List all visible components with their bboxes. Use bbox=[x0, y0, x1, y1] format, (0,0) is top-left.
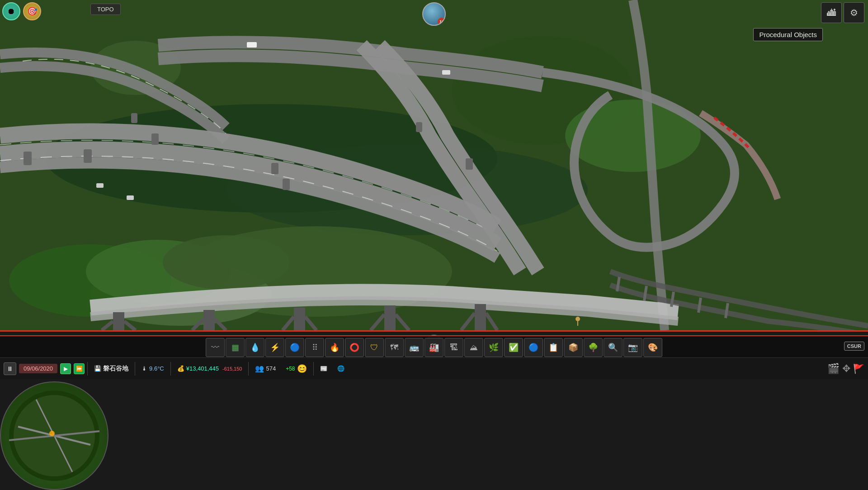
svg-point-2 bbox=[226, 145, 588, 235]
industry-tool-button[interactable]: 🏭 bbox=[425, 338, 443, 357]
topo-button[interactable]: TOPO bbox=[90, 4, 121, 15]
population-value: 574 bbox=[266, 365, 276, 372]
more-tool-button[interactable]: ⠿ bbox=[305, 338, 324, 357]
gear-icon: ⚙ bbox=[850, 7, 858, 18]
svg-rect-25 bbox=[294, 308, 305, 330]
status-bar: ⏸ 09/06/2020 ▶ ⏩ 💾 磐石谷地 🌡 9.6°C 💰 ¥13,40… bbox=[0, 357, 868, 379]
cube-tool-button[interactable]: 📦 bbox=[564, 338, 583, 357]
svg-rect-18 bbox=[416, 122, 422, 132]
video-button[interactable]: 🎬 bbox=[827, 363, 840, 375]
svg-point-7 bbox=[90, 262, 271, 326]
search-tool-button[interactable]: 🔍 bbox=[604, 338, 623, 357]
minimap-inner bbox=[9, 390, 99, 481]
yellow-btn-icon: 🎯 bbox=[27, 6, 37, 16]
svg-rect-0 bbox=[0, 0, 868, 330]
svg-rect-22 bbox=[203, 310, 215, 330]
green-action-button[interactable]: ⏺ bbox=[2, 2, 20, 20]
power-tool-button[interactable]: ⚡ bbox=[265, 338, 284, 357]
divider-5 bbox=[313, 362, 314, 376]
face-icon: 😊 bbox=[297, 364, 307, 374]
building-tool-button[interactable]: 🏗 bbox=[444, 338, 463, 357]
brush-tool-button[interactable]: 🎨 bbox=[643, 338, 662, 357]
temperature-item: 🌡 9.6°C bbox=[138, 365, 168, 372]
svg-line-20 bbox=[102, 321, 113, 330]
bus-tool-button[interactable]: 🚌 bbox=[405, 338, 424, 357]
svg-rect-31 bbox=[475, 304, 486, 330]
fast-icon: ⏩ bbox=[76, 366, 83, 372]
svg-point-4 bbox=[452, 36, 633, 145]
flag-button[interactable]: 🚩 bbox=[853, 363, 864, 374]
svg-rect-19 bbox=[113, 312, 124, 330]
pause-icon: ⏸ bbox=[7, 365, 13, 372]
city-name: 磐石谷地 bbox=[103, 365, 128, 373]
svg-rect-17 bbox=[131, 113, 137, 123]
money-item: 💰 ¥13,401,445 -615,150 bbox=[174, 365, 246, 372]
water-tool-button[interactable]: 💧 bbox=[245, 338, 264, 357]
csur-badge: CSUR bbox=[844, 342, 864, 351]
right-status-icons: 🎬 ✥ 🚩 bbox=[827, 363, 864, 375]
bottom-bar: ? 〰 ▦ 💧 ⚡ 🔵 ⠿ 🔥 ⭕ 🛡 🗺 🚌 🏭 🏗 ⛰ 🌿 ✅ 🔵 📋 📦 … bbox=[0, 330, 868, 490]
center-logo[interactable]: 16 bbox=[420, 2, 448, 29]
play-button[interactable]: ▶ bbox=[60, 363, 71, 374]
svg-line-26 bbox=[283, 317, 294, 330]
svg-line-38 bbox=[726, 303, 728, 318]
zones-tool-button[interactable]: ▦ bbox=[226, 338, 245, 357]
yellow-action-button[interactable]: 🎯 bbox=[23, 2, 41, 20]
money-icon: 💰 bbox=[177, 365, 184, 372]
svg-rect-13 bbox=[151, 133, 159, 145]
svg-rect-28 bbox=[384, 305, 396, 330]
circle-tool-button[interactable]: ⭕ bbox=[345, 338, 364, 357]
population-icon: 👥 bbox=[255, 364, 264, 373]
green-btn-icon: ⏺ bbox=[7, 7, 15, 16]
fast-forward-button[interactable]: ⏩ bbox=[74, 363, 85, 374]
map-tool-button[interactable]: 🗺 bbox=[385, 338, 404, 357]
svg-rect-39 bbox=[247, 42, 257, 48]
fire-tool-button[interactable]: 🔥 bbox=[325, 338, 344, 357]
photo-tool-button[interactable]: 📷 bbox=[623, 338, 642, 357]
trees-tool-button[interactable]: 🌳 bbox=[584, 338, 603, 357]
pause-button[interactable]: ⏸ bbox=[4, 362, 16, 375]
temperature-value: 9.6°C bbox=[149, 365, 164, 372]
top-right-buttons: 🏙 ⚙ bbox=[821, 2, 868, 23]
svg-line-33 bbox=[486, 313, 497, 330]
nature-tool-button[interactable]: 🌿 bbox=[484, 338, 503, 357]
cities-view-button[interactable]: 🏙 bbox=[821, 2, 842, 23]
minimap[interactable] bbox=[0, 381, 108, 490]
globe-item[interactable]: 🌐 bbox=[334, 365, 348, 372]
move-cursor-icon[interactable]: ✥ bbox=[842, 363, 850, 375]
svg-rect-12 bbox=[84, 149, 92, 163]
shield-tool-button[interactable]: 🛡 bbox=[365, 338, 384, 357]
svg-point-50 bbox=[49, 431, 55, 436]
svg-line-35 bbox=[644, 286, 646, 301]
svg-point-3 bbox=[90, 41, 181, 95]
city-name-item: 💾 磐石谷地 bbox=[90, 365, 132, 373]
money-value: ¥13,401,445 bbox=[186, 365, 219, 372]
logo-icon: 16 bbox=[422, 2, 446, 26]
svg-line-24 bbox=[215, 319, 226, 330]
income-value: -615,150 bbox=[222, 366, 242, 371]
temp-icon: 🌡 bbox=[142, 365, 147, 372]
overlay-tool-button[interactable]: 📋 bbox=[544, 338, 563, 357]
roads-tool-button[interactable]: 〰 bbox=[206, 338, 225, 357]
svg-rect-11 bbox=[24, 152, 32, 165]
happiness-item: +58 😊 bbox=[282, 364, 310, 374]
svg-line-23 bbox=[192, 319, 203, 330]
water2-tool-button[interactable]: 🔵 bbox=[285, 338, 304, 357]
divider-3 bbox=[170, 362, 171, 376]
svg-line-27 bbox=[305, 317, 316, 330]
layers-tool-button[interactable]: 🔵 bbox=[524, 338, 543, 357]
terrain-tool-button[interactable]: ⛰ bbox=[464, 338, 483, 357]
svg-point-1 bbox=[45, 104, 497, 213]
svg-line-21 bbox=[124, 321, 136, 330]
news-item[interactable]: 📰 bbox=[316, 365, 331, 372]
divider-2 bbox=[135, 362, 135, 376]
svg-point-6 bbox=[181, 226, 452, 317]
checkmark-tool-button[interactable]: ✅ bbox=[504, 338, 523, 357]
svg-point-8 bbox=[9, 244, 172, 317]
svg-line-32 bbox=[461, 313, 475, 330]
svg-point-43 bbox=[576, 317, 580, 321]
divider-4 bbox=[248, 362, 249, 376]
settings-button[interactable]: ⚙ bbox=[844, 2, 864, 23]
left-buttons: ⏺ 🎯 bbox=[2, 2, 41, 20]
buildings-icon: 🏙 bbox=[827, 8, 836, 18]
